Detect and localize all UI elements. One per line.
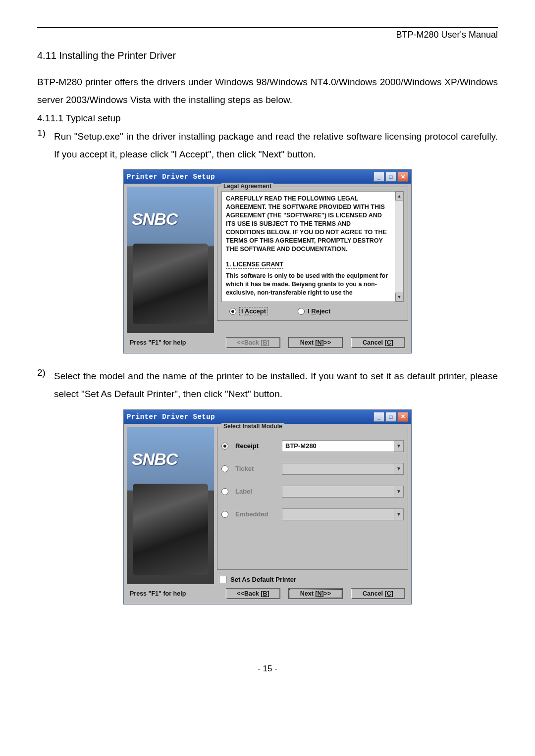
back-button[interactable]: <<Back [B] <box>226 337 280 348</box>
maximize-button[interactable]: □ <box>385 412 396 422</box>
checkbox-label: Set As Default Printer <box>230 576 296 583</box>
titlebar[interactable]: Printer Driver Setup _ □ ✕ <box>124 170 411 184</box>
minimize-button[interactable]: _ <box>374 172 384 182</box>
section-heading: 4.11 Installing the Printer Driver <box>37 50 498 61</box>
install-module-group: Select Install Module Receipt BTP-M280 ▼ <box>217 427 408 570</box>
scrollbar[interactable]: ▲ ▼ <box>395 192 403 302</box>
step-1-number: 1) <box>37 128 54 163</box>
ticket-combo: ▼ <box>282 463 404 475</box>
scroll-up-icon[interactable]: ▲ <box>395 192 403 201</box>
step-1-text: Run "Setup.exe" in the driver installing… <box>54 128 498 163</box>
close-button[interactable]: ✕ <box>397 412 408 422</box>
chevron-down-icon: ▼ <box>394 486 403 497</box>
radio-icon <box>298 308 305 315</box>
minimize-button[interactable]: _ <box>374 412 384 422</box>
close-button[interactable]: ✕ <box>397 172 408 182</box>
printer-illustration <box>133 244 208 324</box>
cancel-button[interactable]: Cancel [C] <box>351 588 405 599</box>
header-rule <box>37 27 498 28</box>
titlebar[interactable]: Printer Driver Setup _ □ ✕ <box>124 410 411 424</box>
sidebar-logo: SNBC <box>132 209 177 229</box>
radio-icon[interactable] <box>221 511 228 518</box>
help-hint: Press "F1" for help <box>130 339 186 346</box>
cancel-button[interactable]: Cancel [C] <box>351 337 405 348</box>
module-label-row: Label ▼ <box>221 486 404 498</box>
license-section-title: 1. LICENSE GRANT <box>226 260 283 269</box>
groupbox-title: Select Install Module <box>221 423 284 430</box>
license-textarea[interactable]: CAREFULLY READ THE FOLLOWING LEGAL AGREE… <box>221 191 404 302</box>
groupbox-title: Legal Agreement <box>221 183 273 190</box>
subsection-heading: 4.11.1 Typical setup <box>37 113 498 124</box>
dialog-select-module: Printer Driver Setup _ □ ✕ SNBC <box>123 409 412 605</box>
next-button[interactable]: Next [N]>> <box>288 588 343 599</box>
sidebar-image: SNBC <box>127 427 214 584</box>
module-ticket-row: Ticket ▼ <box>221 463 404 475</box>
radio-i-accept[interactable]: I Accept <box>229 307 268 315</box>
sidebar-logo: SNBC <box>132 450 177 469</box>
label-combo: ▼ <box>282 486 404 498</box>
chevron-down-icon: ▼ <box>394 463 403 474</box>
intro-paragraph: BTP-M280 printer offers the drivers unde… <box>37 73 498 109</box>
next-button[interactable]: Next [N]>> <box>288 337 343 348</box>
license-paragraph-2: This software is only to be used with th… <box>226 272 391 297</box>
step-2-number: 2) <box>37 367 54 403</box>
radio-accept-label: I Accept <box>239 307 268 315</box>
step-2-text: Select the model and the name of the pri… <box>54 367 498 403</box>
radio-icon[interactable] <box>221 443 228 450</box>
receipt-combo[interactable]: BTP-M280 ▼ <box>282 440 404 452</box>
help-hint: Press "F1" for help <box>130 590 186 597</box>
step-2: 2) Select the model and the name of the … <box>37 367 498 403</box>
radio-icon[interactable] <box>221 488 228 495</box>
combo-value: BTP-M280 <box>285 442 317 450</box>
radio-label-label[interactable]: Label <box>235 488 275 495</box>
radio-icon[interactable] <box>221 465 228 472</box>
printer-illustration <box>133 484 208 575</box>
page-number: - 15 - <box>37 664 498 674</box>
radio-i-reject[interactable]: I Reject <box>298 307 330 315</box>
chevron-down-icon[interactable]: ▼ <box>394 441 403 452</box>
maximize-button[interactable]: □ <box>385 172 396 182</box>
window-title: Printer Driver Setup <box>127 173 215 181</box>
scroll-down-icon[interactable]: ▼ <box>395 293 403 302</box>
step-1: 1) Run "Setup.exe" in the driver install… <box>37 128 498 163</box>
back-button[interactable]: <<Back [B] <box>226 588 280 599</box>
window-title: Printer Driver Setup <box>127 413 215 421</box>
license-paragraph-1: CAREFULLY READ THE FOLLOWING LEGAL AGREE… <box>226 195 391 253</box>
embedded-combo: ▼ <box>282 508 404 520</box>
sidebar-image: SNBC <box>127 187 214 333</box>
module-receipt-row: Receipt BTP-M280 ▼ <box>221 440 404 452</box>
radio-embedded-label[interactable]: Embedded <box>235 510 275 518</box>
radio-icon <box>229 308 236 315</box>
dialog-legal-agreement: Printer Driver Setup _ □ ✕ SNBC <box>123 169 412 353</box>
chevron-down-icon: ▼ <box>394 509 403 520</box>
module-embedded-row: Embedded ▼ <box>221 508 404 520</box>
radio-ticket-label[interactable]: Ticket <box>235 465 275 472</box>
radio-receipt-label[interactable]: Receipt <box>235 442 275 450</box>
radio-reject-label: I Reject <box>308 307 330 315</box>
checkbox-icon <box>219 576 226 583</box>
set-default-printer-checkbox[interactable]: Set As Default Printer <box>219 576 408 583</box>
header-title: BTP-M280 User's Manual <box>37 30 498 40</box>
legal-agreement-group: Legal Agreement CAREFULLY READ THE FOLLO… <box>217 187 408 321</box>
